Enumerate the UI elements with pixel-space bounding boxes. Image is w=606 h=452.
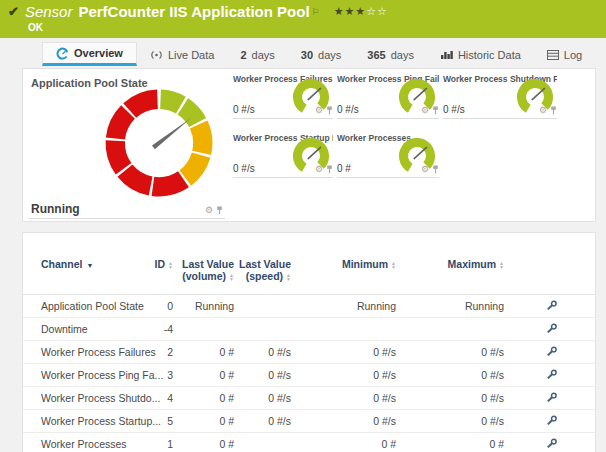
header-lvv-line1: Last Value — [177, 258, 234, 270]
cell-last_speed — [238, 295, 295, 318]
gear-icon[interactable]: ⚙ — [315, 165, 323, 174]
pin-icon[interactable] — [432, 165, 439, 174]
mini-gauge-value: 0 #/s — [233, 104, 255, 115]
gauge-needle — [152, 118, 191, 149]
gear-icon[interactable]: ⚙ — [421, 106, 429, 115]
header-channel[interactable]: Channel▼ — [23, 233, 151, 295]
cell-minimum — [295, 318, 400, 341]
gauge-tab-icon — [56, 47, 69, 60]
cell-last_speed: 0 #/s — [238, 341, 295, 364]
gear-icon[interactable]: ⚙ — [315, 106, 323, 115]
mini-gauge-panel[interactable]: Worker Process Shutdown Fa... 0 #/s ⚙ — [443, 71, 557, 119]
stars-filled: ★★★ — [334, 5, 367, 17]
header-max-label: Maximum — [448, 258, 496, 270]
overview-panel: Application Pool State Worker Process Fa… — [22, 68, 596, 222]
channel-settings-icon[interactable] — [546, 323, 558, 334]
table-row[interactable]: Application Pool State0RunningRunningRun… — [23, 295, 595, 318]
cell-channel: Downtime — [23, 318, 151, 341]
channel-settings-icon[interactable] — [546, 369, 558, 380]
cell-channel: Application Pool State — [23, 295, 151, 318]
cell-actions — [508, 387, 595, 410]
tab-overview[interactable]: Overview — [42, 42, 137, 66]
table-row[interactable]: Worker Processes10 #0 #0 # — [23, 433, 595, 452]
mini-gauge-panel[interactable]: Worker Processes 0 # ⚙ — [337, 130, 439, 178]
header-actions — [508, 233, 595, 295]
sort-icon: ▲▼ — [229, 273, 234, 281]
header-maximum[interactable]: Maximum▲▼ — [400, 233, 508, 295]
mini-gauge-value: 0 # — [337, 163, 351, 174]
tab-live-data[interactable]: Live Data — [137, 43, 227, 66]
flag-icon[interactable]: ⚐ — [312, 7, 320, 17]
mini-gauge-panel[interactable]: Worker Process Failures 0 #/s ⚙ — [233, 71, 333, 119]
priority-stars[interactable]: ★★★☆☆ — [334, 5, 388, 18]
cell-channel: Worker Process Failures — [23, 341, 151, 364]
cell-actions — [508, 295, 595, 318]
table-row[interactable]: Worker Process Startup...50 #0 #/s0 #/s0… — [23, 410, 595, 433]
cell-last_speed: 0 #/s — [238, 364, 295, 387]
header-last-value-volume[interactable]: Last Value(volume)▲▼ — [177, 233, 238, 295]
tab-settings[interactable]: ⚙ Settings — [595, 43, 606, 66]
table-row[interactable]: Worker Process Failures20 #0 #/s0 #/s0 #… — [23, 341, 595, 364]
gear-icon[interactable]: ⚙ — [205, 206, 213, 215]
channel-settings-icon[interactable] — [546, 415, 558, 426]
cell-channel: Worker Process Startup... — [23, 410, 151, 433]
header-id[interactable]: ID▲▼ — [151, 233, 177, 295]
main-gauge-status: Running — [31, 202, 80, 216]
log-table-icon — [547, 50, 559, 60]
table-row[interactable]: Downtime-4 — [23, 318, 595, 341]
channel-settings-icon[interactable] — [546, 346, 558, 357]
gauge-segment — [153, 179, 184, 186]
tab-365-num: 365 — [367, 49, 385, 61]
channel-settings-icon[interactable] — [546, 300, 558, 311]
application-pool-state-gauge — [103, 87, 215, 199]
mini-gauge-panel[interactable]: Worker Process Startup Failu... 0 #/s ⚙ — [233, 130, 333, 178]
tab-365-word: days — [391, 49, 414, 61]
pin-icon[interactable] — [326, 106, 333, 115]
cell-last_volume — [177, 318, 238, 341]
bar-chart-icon — [440, 49, 453, 60]
cell-actions — [508, 433, 595, 452]
gauge-segment — [185, 155, 201, 178]
channel-table: Channel▼ ID▲▼ Last Value(volume)▲▼ Last … — [23, 233, 595, 452]
cell-channel: Worker Process Shutdo... — [23, 387, 151, 410]
channel-settings-icon[interactable] — [546, 438, 558, 449]
tab-2-days[interactable]: 2days — [227, 43, 287, 66]
channel-settings-icon[interactable] — [546, 392, 558, 403]
tab-365-days[interactable]: 365days — [354, 43, 427, 66]
cell-maximum: 0 #/s — [400, 364, 508, 387]
pin-icon[interactable] — [432, 106, 439, 115]
tab-30-days[interactable]: 30days — [288, 43, 355, 66]
tab-2-num: 2 — [240, 49, 246, 61]
sort-icon: ▲▼ — [286, 273, 291, 281]
live-waves-icon — [150, 49, 163, 61]
tab-historic-data[interactable]: Historic Data — [427, 43, 534, 66]
cell-channel: Worker Processes — [23, 433, 151, 452]
gear-icon[interactable]: ⚙ — [539, 106, 547, 115]
cell-last_speed — [238, 433, 295, 452]
pin-icon[interactable] — [326, 165, 333, 174]
status-check-icon: ✔ — [8, 4, 19, 19]
mini-gauge-panel[interactable]: Worker Process Ping Failures 0 #/s ⚙ — [337, 71, 439, 119]
tab-2-word: days — [252, 49, 275, 61]
cell-last_volume: 0 # — [177, 387, 238, 410]
header-last-value-speed[interactable]: Last Value(speed)▲▼ — [238, 233, 295, 295]
tab-overview-label: Overview — [74, 47, 123, 59]
pin-icon[interactable] — [216, 206, 223, 215]
header-lvs-line1: Last Value — [238, 258, 291, 270]
tab-log[interactable]: Log — [534, 43, 595, 66]
table-row[interactable]: Worker Process Shutdo...40 #0 #/s0 #/s0 … — [23, 387, 595, 410]
cell-actions — [508, 318, 595, 341]
pin-icon[interactable] — [550, 106, 557, 115]
status-badge: OK — [28, 22, 43, 33]
cell-last_volume: 0 # — [177, 410, 238, 433]
cell-maximum: 0 #/s — [400, 341, 508, 364]
cell-actions — [508, 341, 595, 364]
gauge-segment — [199, 124, 203, 152]
cell-id: -4 — [151, 318, 177, 341]
header-minimum[interactable]: Minimum▲▼ — [295, 233, 400, 295]
table-row[interactable]: Worker Process Ping Fa...30 #0 #/s0 #/s0… — [23, 364, 595, 387]
header-lvv-line2: (volume) — [182, 270, 226, 282]
gear-icon[interactable]: ⚙ — [421, 165, 429, 174]
cell-id: 0 — [151, 295, 177, 318]
gauge-segment — [115, 112, 128, 138]
